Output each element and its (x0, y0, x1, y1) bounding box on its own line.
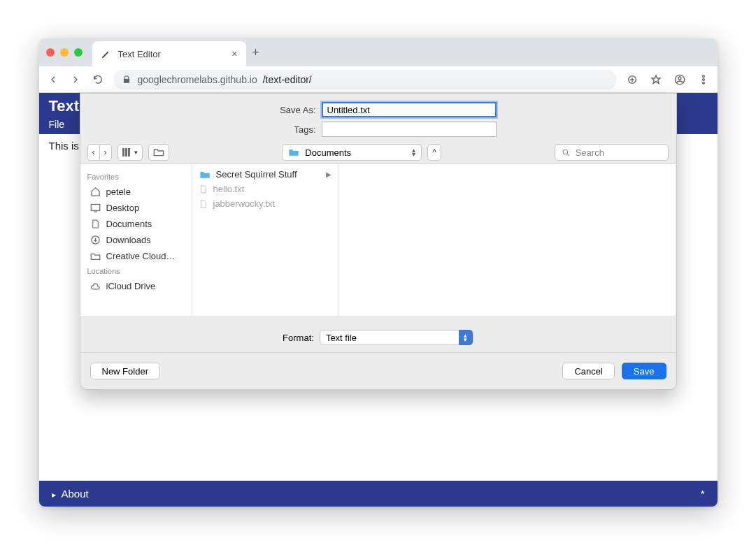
url-path: /text-editor/ (263, 74, 312, 85)
tags-label: Tags: (260, 124, 316, 135)
sidebar-item-home[interactable]: petele (85, 184, 187, 200)
back-button[interactable] (46, 73, 60, 87)
svg-rect-10 (91, 205, 100, 211)
save-as-input[interactable] (322, 102, 497, 117)
sidebar-item-downloads[interactable]: Downloads (85, 232, 187, 248)
save-button[interactable]: Save (622, 363, 666, 379)
toolbar-right (625, 73, 711, 87)
bookmark-icon[interactable] (649, 73, 663, 87)
save-as-label: Save As: (260, 105, 316, 115)
menu-file[interactable]: File (49, 119, 65, 130)
nav-forward-button[interactable]: › (99, 144, 112, 161)
file-column-1: Secret Squirrel Stuff ▶ hello.txt jabber… (192, 164, 339, 317)
tags-input[interactable] (322, 122, 497, 137)
file-row: jabberwocky.txt (192, 196, 338, 211)
view-mode-button[interactable]: ▾ (117, 144, 143, 161)
chrome-window: Text Editor × + googlechromelabs.github.… (39, 38, 718, 507)
install-icon[interactable] (625, 73, 639, 87)
svg-rect-6 (122, 148, 124, 157)
close-icon[interactable]: × (231, 48, 237, 59)
collapse-button[interactable]: ^ (427, 144, 441, 161)
lock-icon (122, 74, 132, 85)
svg-point-2 (678, 77, 681, 80)
svg-point-9 (563, 150, 568, 154)
chevron-right-icon: ▶ (326, 170, 331, 178)
desktop-icon (90, 203, 101, 213)
svg-rect-7 (125, 148, 127, 157)
titlebar: Text Editor × + (39, 38, 718, 66)
app-footer: About * (39, 481, 718, 507)
sidebar-section-favorites: Favorites (85, 170, 187, 184)
menu-icon[interactable] (697, 73, 711, 87)
sidebar-section-locations: Locations (85, 264, 187, 278)
save-dialog: Save As: Tags: ‹ › ▾ (80, 93, 677, 390)
chevron-updown-icon: ▴▾ (412, 148, 415, 157)
sidebar-item-icloud[interactable]: iCloud Drive (85, 278, 187, 294)
save-as-row: Save As: (80, 102, 676, 117)
modified-indicator: * (701, 488, 705, 500)
format-row: Format: Text file ▴▾ (80, 317, 676, 352)
tags-row: Tags: (80, 122, 676, 137)
new-folder-button[interactable]: New Folder (90, 363, 160, 379)
search-placeholder: Search (576, 147, 604, 158)
svg-point-5 (702, 82, 704, 84)
svg-rect-8 (128, 148, 130, 157)
format-select[interactable]: Text file ▴▾ (320, 330, 473, 345)
location-label: Documents (305, 147, 351, 158)
new-tab-button[interactable]: + (246, 45, 266, 60)
svg-point-4 (702, 78, 704, 80)
sidebar-item-documents[interactable]: Documents (85, 216, 187, 232)
search-icon (561, 147, 571, 158)
browser-tab[interactable]: Text Editor × (92, 41, 246, 66)
group-button[interactable] (148, 144, 169, 161)
profile-icon[interactable] (673, 73, 687, 87)
browser-toolbar: googlechromelabs.github.io/text-editor/ (39, 66, 718, 93)
location-popup[interactable]: Documents ▴▾ (282, 144, 422, 161)
cloud-icon (90, 281, 101, 291)
forward-button[interactable] (69, 73, 83, 87)
reload-button[interactable] (91, 73, 105, 87)
url-host: googlechromelabs.github.io (138, 74, 257, 85)
svg-point-3 (702, 75, 704, 78)
sidebar-item-desktop[interactable]: Desktop (85, 200, 187, 216)
window-minimize-button[interactable] (60, 48, 69, 57)
chevron-updown-icon: ▴▾ (459, 330, 473, 345)
nav-back-button[interactable]: ‹ (87, 144, 99, 161)
document-icon (90, 219, 101, 229)
home-icon (90, 187, 101, 197)
cancel-button[interactable]: Cancel (562, 363, 614, 379)
tab-title: Text Editor (118, 49, 225, 59)
dialog-toolbar: ‹ › ▾ Documents ▴▾ ^ (80, 141, 676, 164)
address-bar[interactable]: googlechromelabs.github.io/text-editor/ (113, 70, 617, 89)
format-label: Format: (283, 333, 314, 343)
sidebar: Favorites petele Desktop Documents Downl… (80, 164, 192, 317)
folder-row[interactable]: Secret Squirrel Stuff ▶ (192, 167, 338, 182)
folder-icon (90, 251, 101, 261)
download-icon (90, 235, 101, 245)
search-field[interactable]: Search (555, 144, 669, 161)
window-controls (46, 48, 92, 57)
window-close-button[interactable] (46, 48, 55, 57)
file-row: hello.txt (192, 182, 338, 196)
page: Text File This is a n About * Save As: T… (39, 93, 718, 507)
file-column-2 (339, 164, 676, 317)
about-toggle[interactable]: About (52, 488, 89, 500)
nav-seg: ‹ › (87, 144, 112, 161)
dialog-buttons: New Folder Cancel Save (80, 352, 676, 379)
sidebar-item-creative-cloud[interactable]: Creative Cloud… (85, 248, 187, 264)
window-maximize-button[interactable] (74, 48, 83, 57)
file-browser: Favorites petele Desktop Documents Downl… (80, 164, 676, 317)
pencil-icon (101, 49, 111, 59)
